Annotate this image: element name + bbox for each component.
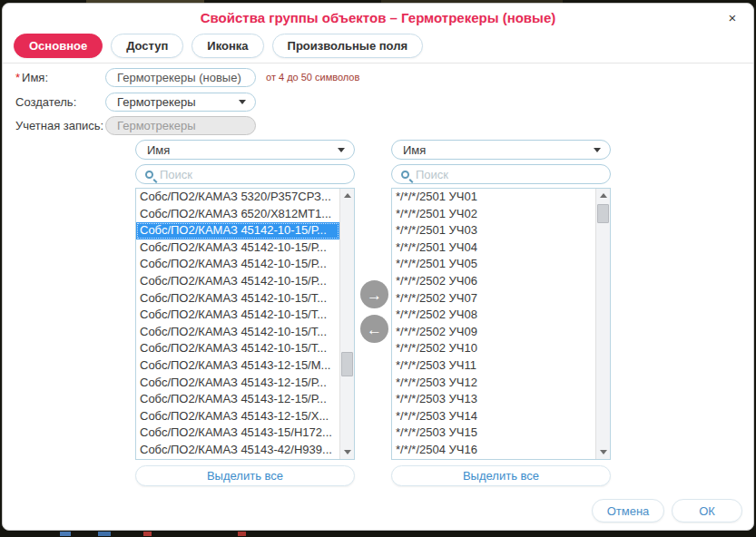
list-item[interactable]: */*/*/2503 УЧ12 bbox=[392, 375, 595, 392]
creator-row: Создатель: Гермотрекеры bbox=[15, 92, 256, 112]
dialog-title: Свойства группы объектов – Гермотрекеры … bbox=[3, 10, 753, 25]
list-item[interactable]: */*/*/2502 УЧ06 bbox=[392, 273, 595, 290]
left-sort-value: Имя bbox=[147, 143, 170, 157]
list-item[interactable]: Собс/ПО2/КАМАЗ 45143-12-15/М... bbox=[136, 357, 339, 375]
list-item[interactable]: */*/*/2502 УЧ09 bbox=[392, 324, 595, 341]
list-item[interactable]: Собс/ПО2/КАМАЗ 45142-10-15/Р... bbox=[136, 222, 339, 239]
creator-label: Создатель: bbox=[15, 95, 105, 109]
arrow-right-icon: → bbox=[367, 287, 382, 304]
list-item[interactable]: Собс/ПО2/КАМАЗ 45143-15/Н172... bbox=[136, 425, 339, 442]
chevron-down-icon bbox=[594, 148, 601, 152]
group-properties-dialog: Свойства группы объектов – Гермотрекеры … bbox=[2, 3, 754, 531]
name-input[interactable] bbox=[105, 68, 256, 87]
chevron-down-icon bbox=[239, 100, 246, 104]
account-label: Учетная запись: bbox=[15, 119, 105, 132]
divider bbox=[3, 63, 753, 63]
right-sort-value: Имя bbox=[403, 143, 426, 157]
tab-access[interactable]: Доступ bbox=[111, 34, 183, 58]
search-icon bbox=[145, 171, 153, 179]
scrollbar-thumb[interactable] bbox=[597, 204, 609, 223]
list-item[interactable]: Собс/ПО2/КАМАЗ 45143-12-15/Х... bbox=[136, 408, 339, 425]
name-row: *Имя: от 4 до 50 символов bbox=[15, 67, 359, 87]
scroll-down-icon[interactable] bbox=[340, 445, 354, 459]
right-search bbox=[391, 164, 611, 184]
name-label: *Имя: bbox=[15, 71, 105, 84]
creator-select[interactable]: Гермотрекеры bbox=[105, 93, 256, 112]
list-item[interactable]: Собс/ПО2/КАМАЗ 6520/Х812МТ1... bbox=[136, 206, 339, 223]
tab-main[interactable]: Основное bbox=[14, 34, 103, 58]
search-icon bbox=[401, 171, 409, 179]
list-item[interactable]: Собс/ПО2/КАМАЗ 45142-10-15/Р... bbox=[136, 239, 339, 257]
list-item[interactable]: Собс/ПО2/КАМАЗ 45143-12-15/Р... bbox=[136, 375, 339, 392]
list-item[interactable]: Собс/ПО2/КАМАЗ 45142-10-15/Т... bbox=[136, 324, 339, 341]
list-item[interactable]: Собс/ПО2/КАМАЗ 45142-10-15/Т... bbox=[136, 307, 339, 324]
list-item[interactable]: Собс/ПО2/КАМАЗ 45143-42/Н957... bbox=[136, 459, 339, 460]
left-search bbox=[135, 164, 355, 184]
tab-icon[interactable]: Иконка bbox=[191, 34, 263, 58]
list-item[interactable]: */*/*/2502 УЧ10 bbox=[392, 340, 595, 357]
tab-bar: Основное Доступ Иконка Произвольные поля bbox=[14, 34, 423, 58]
ok-button[interactable]: ОК bbox=[672, 499, 742, 522]
list-item[interactable]: */*/*/2501 УЧ05 bbox=[392, 256, 595, 273]
list-item[interactable]: */*/*/2501 УЧ04 bbox=[392, 239, 595, 257]
background-artifact bbox=[238, 532, 246, 536]
screen-background: Свойства группы объектов – Гермотрекеры … bbox=[0, 0, 756, 537]
right-sort-select[interactable]: Имя bbox=[391, 140, 611, 160]
selected-objects-panel: Имя */*/*/2501 УЧ01*/*/*/2501 УЧ02*/*/*/… bbox=[391, 140, 611, 486]
right-listbox: */*/*/2501 УЧ01*/*/*/2501 УЧ02*/*/*/2501… bbox=[391, 188, 611, 460]
scroll-down-icon[interactable] bbox=[596, 445, 610, 459]
list-item[interactable]: */*/*/2503 УЧ11 bbox=[392, 357, 595, 375]
left-list: Собс/ПО2/КАМАЗ 5320/Р357СРЗ...Собс/ПО2/К… bbox=[136, 189, 339, 459]
move-left-button[interactable]: ← bbox=[360, 315, 388, 343]
cancel-button[interactable]: Отмена bbox=[592, 499, 664, 522]
list-item[interactable]: Собс/ПО2/КАМАЗ 45142-10-15/Т... bbox=[136, 290, 339, 308]
right-search-input[interactable] bbox=[414, 167, 601, 182]
move-right-button[interactable]: → bbox=[360, 280, 388, 308]
left-select-all-button[interactable]: Выделить все bbox=[135, 465, 355, 486]
name-length-hint: от 4 до 50 символов bbox=[266, 72, 359, 83]
available-objects-panel: Имя Собс/ПО2/КАМАЗ 5320/Р357СРЗ...Собс/П… bbox=[135, 140, 355, 486]
list-item[interactable]: Собс/ПО2/КАМАЗ 45142-10-15/Р... bbox=[136, 256, 339, 273]
tab-custom-fields[interactable]: Произвольные поля bbox=[272, 34, 423, 58]
chevron-down-icon bbox=[338, 148, 345, 152]
scroll-up-icon[interactable] bbox=[596, 189, 610, 202]
left-listbox: Собс/ПО2/КАМАЗ 5320/Р357СРЗ...Собс/ПО2/К… bbox=[135, 188, 355, 460]
list-item[interactable]: */*/*/2503 УЧ15 bbox=[392, 425, 595, 442]
list-item[interactable]: */*/*/2501 УЧ03 bbox=[392, 222, 595, 239]
close-icon[interactable]: × bbox=[724, 10, 741, 26]
list-item[interactable]: */*/*/2504 УЧ16 bbox=[392, 442, 595, 459]
left-sort-select[interactable]: Имя bbox=[135, 140, 355, 160]
list-item[interactable]: Собс/ПО2/КАМАЗ 45143-42/Н939... bbox=[136, 442, 339, 459]
creator-select-value: Гермотрекеры bbox=[117, 95, 196, 109]
right-scrollbar[interactable] bbox=[595, 189, 610, 459]
list-item[interactable]: */*/*/2502 УЧ08 bbox=[392, 307, 595, 324]
list-item[interactable]: Собс/ПО2/КАМАЗ 45142-10-15/Р... bbox=[136, 273, 339, 290]
background-artifact bbox=[143, 532, 152, 536]
list-item[interactable]: Собс/ПО2/КАМАЗ 45143-12-15/Р... bbox=[136, 391, 339, 408]
background-artifact bbox=[60, 532, 71, 536]
background-artifact bbox=[98, 532, 111, 536]
scroll-up-icon[interactable] bbox=[340, 189, 354, 202]
arrow-left-icon: ← bbox=[367, 321, 382, 338]
list-item[interactable]: */*/*/2504 УЧ17 bbox=[392, 459, 595, 460]
left-search-input[interactable] bbox=[158, 167, 345, 182]
list-item[interactable]: Собс/ПО2/КАМАЗ 45142-10-15/Т... bbox=[136, 340, 339, 357]
required-mark: * bbox=[15, 71, 20, 84]
list-item[interactable]: */*/*/2503 УЧ13 bbox=[392, 391, 595, 408]
list-item[interactable]: */*/*/2503 УЧ14 bbox=[392, 408, 595, 425]
list-item[interactable]: Собс/ПО2/КАМАЗ 5320/Р357СРЗ... bbox=[136, 189, 339, 206]
list-item[interactable]: */*/*/2501 УЧ01 bbox=[392, 189, 595, 206]
left-scrollbar[interactable] bbox=[339, 189, 354, 459]
account-input bbox=[105, 116, 256, 135]
list-item[interactable]: */*/*/2502 УЧ07 bbox=[392, 290, 595, 308]
right-list: */*/*/2501 УЧ01*/*/*/2501 УЧ02*/*/*/2501… bbox=[392, 189, 595, 459]
account-row: Учетная запись: bbox=[15, 115, 256, 135]
list-item[interactable]: */*/*/2501 УЧ02 bbox=[392, 206, 595, 223]
scrollbar-thumb[interactable] bbox=[341, 352, 353, 376]
right-select-all-button[interactable]: Выделить все bbox=[391, 465, 611, 486]
